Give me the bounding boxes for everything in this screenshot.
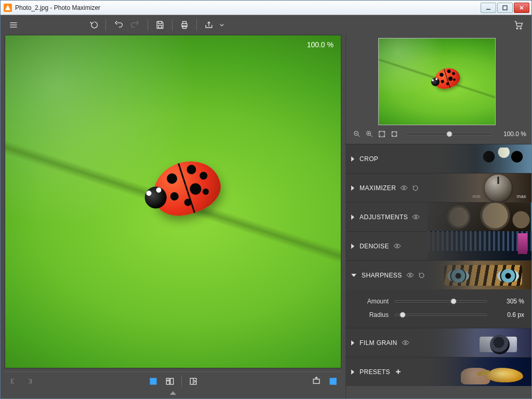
share-button[interactable] [200,17,218,33]
chevron-up-icon [170,391,176,395]
panel-denoise-header[interactable]: DENOISE [346,231,531,260]
radius-slider[interactable] [395,314,487,316]
svg-line-29 [358,135,360,137]
image-canvas[interactable]: 100.0 % [5,35,341,368]
undo-mini-icon [411,184,419,192]
actual-size-button[interactable] [389,128,400,140]
window-maximize-button[interactable] [497,3,513,13]
zoom-out-icon [353,130,361,138]
amount-slider[interactable] [395,300,487,302]
visibility-toggle[interactable] [400,184,408,192]
navigator-controls: 100.0 % [346,126,531,144]
zoom-readout: 100.0 % [307,41,334,49]
separator [148,19,148,31]
revert-button[interactable] [85,17,102,33]
undo-button[interactable] [109,17,127,33]
tray-expand-handle[interactable] [5,390,341,396]
reset-panel-button[interactable] [417,271,425,279]
svg-point-38 [415,216,417,218]
app-window: Photo_2.jpg - Photo Maximizer [0,0,532,399]
next-icon [24,376,35,387]
titlebar[interactable]: Photo_2.jpg - Photo Maximizer [1,1,531,15]
hamburger-icon [8,20,19,30]
expand-icon [351,156,354,162]
share-icon [204,20,214,30]
visibility-toggle[interactable] [412,213,420,221]
menu-button[interactable] [5,17,22,33]
collapse-icon [351,274,356,277]
visibility-toggle[interactable] [406,271,414,279]
zoom-slider[interactable] [405,133,493,135]
prev-image-button[interactable] [5,374,21,389]
amount-value: 305 % [493,298,524,305]
navigator-zoom-label: 100.0 % [497,130,526,138]
svg-rect-7 [158,21,162,23]
filmstrip-icon [311,376,322,387]
panel-crop-header[interactable]: CROP [346,144,531,173]
window-minimize-button[interactable] [481,3,496,13]
zoom-in-icon [365,130,374,138]
visibility-toggle[interactable] [402,339,409,347]
filmstrip-toggle-button[interactable] [308,374,325,389]
print-button[interactable] [176,17,193,33]
radius-slider-knob[interactable] [400,312,406,318]
zoom-out-button[interactable] [351,128,363,140]
chevron-down-icon [218,20,226,30]
prev-icon [8,376,18,387]
view-before-after-button[interactable] [162,374,178,389]
svg-point-14 [520,28,522,29]
effects-accordion: CROP min max MAXIMIZER [346,144,531,398]
panel-filmgrain-header[interactable]: FILM GRAIN [346,328,531,357]
navigator-preview[interactable] [378,38,496,125]
panel-presets-header[interactable]: PRESETS [346,357,531,386]
panel-label: DENOISE [360,243,389,250]
panel-label: PRESETS [360,368,390,376]
svg-rect-11 [183,26,187,29]
svg-point-40 [409,274,411,276]
bottom-toolbar [5,371,341,390]
panel-label: MAXIMIZER [360,184,396,192]
eye-icon [412,213,420,221]
zoom-in-button[interactable] [364,128,375,140]
svg-rect-10 [183,21,187,23]
svg-line-32 [370,135,372,137]
separator [172,19,172,31]
next-image-button[interactable] [21,374,38,389]
separator [196,19,197,31]
panel-maximizer-header[interactable]: min max MAXIMIZER [346,173,531,202]
panel-label: ADJUSTMENTS [360,214,408,221]
svg-rect-20 [170,378,173,384]
window-close-button[interactable] [514,3,529,13]
panel-icon [328,376,338,387]
svg-rect-27 [334,378,336,384]
panel-sharpness-header[interactable]: SHARPNESS [346,260,531,289]
view-single-button[interactable] [145,374,162,389]
add-preset-button[interactable] [394,368,402,376]
svg-point-41 [405,342,406,343]
reset-panel-button[interactable] [411,184,419,192]
expand-icon [351,244,354,249]
eye-icon [406,271,414,279]
cart-button[interactable] [510,17,527,33]
fit-to-screen-button[interactable] [376,128,388,140]
svg-rect-1 [503,6,507,10]
view-split-button[interactable] [185,374,202,389]
actual-size-icon [390,130,398,138]
panel-adjustments-header[interactable]: ADJUSTMENTS [346,202,531,231]
radius-value: 0.6 px [493,311,524,318]
amount-slider-knob[interactable] [451,299,457,304]
svg-point-13 [516,28,518,29]
revert-icon [88,20,99,30]
side-panel: 100.0 % CROP min [345,35,531,398]
redo-button[interactable] [127,17,144,33]
svg-point-21 [167,380,169,381]
eye-icon [400,184,408,192]
expand-icon [351,185,354,191]
share-dropdown[interactable] [218,17,226,33]
visibility-toggle[interactable] [393,242,401,250]
panel-toggle-button[interactable] [325,374,341,389]
zoom-slider-knob[interactable] [446,131,452,137]
cart-icon [513,20,524,30]
svg-rect-24 [313,379,320,383]
save-button[interactable] [151,17,169,33]
